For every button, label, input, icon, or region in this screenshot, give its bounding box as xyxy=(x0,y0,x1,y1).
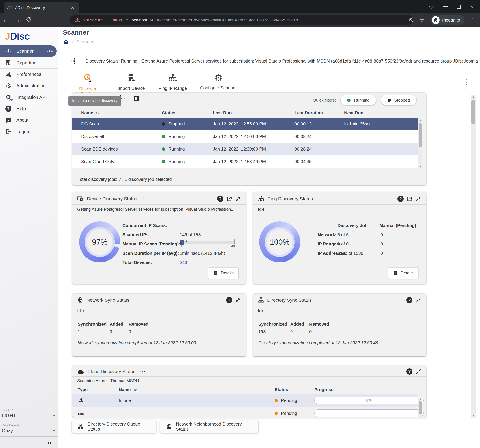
job-row[interactable]: Discover all Running Jan 12, 2022, 12:50… xyxy=(72,130,417,143)
jdisc-favicon: JD xyxy=(7,5,12,11)
scrollbar-thumb[interactable] xyxy=(419,123,422,147)
collapse-sidebar-icon[interactable]: « xyxy=(48,438,52,447)
forward-icon[interactable]: → xyxy=(12,17,23,24)
collapse-icon[interactable] xyxy=(235,196,241,202)
collapse-icon[interactable] xyxy=(235,297,241,303)
sidebar-item-scanner[interactable]: Scanner xyxy=(0,45,57,57)
page-scrollbar[interactable]: ▲ ▼ xyxy=(471,95,476,418)
maximize-icon[interactable] xyxy=(457,5,461,9)
stat-label: Concurrent IP Scans: xyxy=(122,223,167,228)
network-sync-card: Network Sync Status ? Idle Synchronized … xyxy=(72,294,246,356)
col-last-run[interactable]: Last Run xyxy=(213,110,295,116)
help-circle-icon[interactable]: ? xyxy=(226,297,232,303)
stat-value: 6 of 6 xyxy=(338,232,348,237)
log-icon[interactable]: LOG xyxy=(120,95,127,102)
sidebar-item-help[interactable]: ? Help xyxy=(0,103,58,114)
scroll-down-icon[interactable]: ▼ xyxy=(418,165,422,168)
job-list-icon[interactable] xyxy=(133,95,140,102)
devices-icon xyxy=(77,196,84,202)
col-progress[interactable]: Progress xyxy=(314,387,417,392)
col-name[interactable]: Name xyxy=(81,110,162,116)
cloud-row[interactable]: Intune Pending 0% xyxy=(72,394,417,407)
cloud-scrollbar[interactable]: ▲ xyxy=(418,397,422,417)
page-kebab-icon[interactable]: ⋮ xyxy=(463,78,470,86)
scrollbar-thumb[interactable] xyxy=(419,401,422,414)
slider-value: 3 xyxy=(185,239,187,243)
col-type[interactable]: Type xyxy=(78,387,119,392)
close-window-icon[interactable]: × xyxy=(470,3,474,10)
col-status[interactable]: Status xyxy=(162,110,213,116)
sidebar-item-about[interactable]: About xyxy=(0,114,58,126)
tab-close-icon[interactable]: × xyxy=(69,4,76,11)
col-status[interactable]: Status xyxy=(275,387,314,392)
external-link-icon[interactable] xyxy=(226,196,232,202)
density-select[interactable]: Cozy ▾ xyxy=(0,427,58,437)
help-circle-icon[interactable]: ? xyxy=(397,196,404,202)
ping-ip-range-button[interactable]: Ping IP Range xyxy=(155,73,190,91)
sidebar-item-integration-api[interactable]: ⚙ API Integration API xyxy=(0,91,58,103)
theme-select[interactable]: LIGHT ▾ xyxy=(0,412,58,421)
menu-hamburger-icon[interactable] xyxy=(39,35,47,42)
col-name[interactable]: Name xyxy=(119,387,275,392)
col-last-duration[interactable]: Last Duration xyxy=(295,110,344,116)
incognito-badge[interactable]: Incognito xyxy=(430,15,465,25)
job-row[interactable]: Scan BDE devices Running Jan 12, 2022, 1… xyxy=(72,143,417,155)
help-circle-icon[interactable]: ? xyxy=(406,297,412,303)
stat-value: 0 xyxy=(381,241,383,247)
url-sep: :// xyxy=(124,18,128,22)
job-last-run: Jan 12, 2022, 12:30:00 PM xyxy=(213,146,295,152)
scroll-down-icon[interactable]: ▼ xyxy=(471,414,476,417)
back-icon[interactable]: ← xyxy=(0,17,12,24)
scroll-up-icon[interactable]: ▲ xyxy=(471,95,476,98)
ping-details-button[interactable]: Details xyxy=(388,268,418,279)
sidebar-item-administration[interactable]: ⚙ Administration xyxy=(0,80,58,91)
browser-tab[interactable]: JD JDisc Discovery × xyxy=(4,2,79,13)
details-icon xyxy=(213,270,218,276)
filter-running-button[interactable]: Running xyxy=(341,95,376,105)
url-path: :4200/scanner/scanner-overview?bid=5f70f… xyxy=(150,18,298,22)
reload-icon[interactable] xyxy=(23,17,35,24)
bookmark-star-icon[interactable]: ☆ xyxy=(420,17,425,24)
minimize-icon[interactable] xyxy=(443,6,448,7)
help-circle-icon[interactable]: ? xyxy=(217,196,223,202)
external-link-icon[interactable] xyxy=(407,196,412,202)
zoom-icon[interactable] xyxy=(409,17,414,23)
jobs-scrollbar[interactable]: ▲ ▼ xyxy=(418,118,422,169)
concurrent-scans-slider[interactable]: 3 0 49 xyxy=(180,239,235,248)
stat-value: 2min 4sec (1412 IPs/h) xyxy=(180,251,225,256)
home-icon[interactable] xyxy=(63,39,69,45)
scroll-up-icon[interactable]: ▲ xyxy=(418,119,422,121)
help-circle-icon[interactable]: ? xyxy=(406,368,412,375)
cloud-row-clipped[interactable]: aws Pending xyxy=(72,407,417,418)
new-tab-button[interactable]: + xyxy=(86,4,94,12)
col-next-run[interactable]: Next Run xyxy=(344,110,417,116)
density-label: Data Density xyxy=(0,421,58,427)
card-more-icon[interactable] xyxy=(142,198,147,200)
card-title: Network Sync Status xyxy=(86,297,129,303)
administration-gear-icon: ⚙ xyxy=(5,82,12,90)
device-details-button[interactable]: Details xyxy=(208,268,239,279)
configure-scanner-button[interactable]: ⚙ Configure Scanner xyxy=(197,73,240,90)
sidebar-item-reporting[interactable]: Reporting xyxy=(0,57,58,68)
network-neighborhood-button[interactable]: Network Neighborhood Discovery Status xyxy=(160,420,258,433)
scrollbar-thumb[interactable] xyxy=(471,100,475,124)
tab-search-icon[interactable] xyxy=(429,4,434,9)
card-more-icon[interactable] xyxy=(140,371,145,372)
browser-menu-kebab-icon[interactable]: ⋮ xyxy=(470,17,476,23)
collapse-icon[interactable] xyxy=(416,196,421,202)
ping-discovery-card: Ping Discovery Status ? Idle 100% Discov… xyxy=(253,192,426,284)
collapse-icon[interactable] xyxy=(416,297,421,303)
job-row[interactable]: DG Scan Stopped Jan 12, 2022, 12:55:00 P… xyxy=(72,118,417,130)
job-row[interactable]: Scan Cloud Only Running Jan 12, 2022, 12… xyxy=(72,155,417,168)
filter-stopped-button[interactable]: Stopped xyxy=(381,95,416,105)
scanner-more-icon[interactable] xyxy=(47,50,53,52)
sort-icon xyxy=(133,387,138,392)
directory-queue-button[interactable]: Directory Discovery Queue Status xyxy=(72,420,156,433)
sidebar-item-logout[interactable]: Logout xyxy=(0,126,58,137)
url-bar[interactable]: Not secure https://localhost:4200/scanne… xyxy=(70,15,413,25)
scroll-up-icon[interactable]: ▲ xyxy=(418,398,422,400)
sidebar-item-preferences[interactable]: Preferences xyxy=(0,68,58,80)
total-devices-link[interactable]: 343 xyxy=(180,260,187,265)
import-device-button[interactable]: Import Device xyxy=(114,73,149,91)
collapse-icon[interactable] xyxy=(416,369,421,374)
